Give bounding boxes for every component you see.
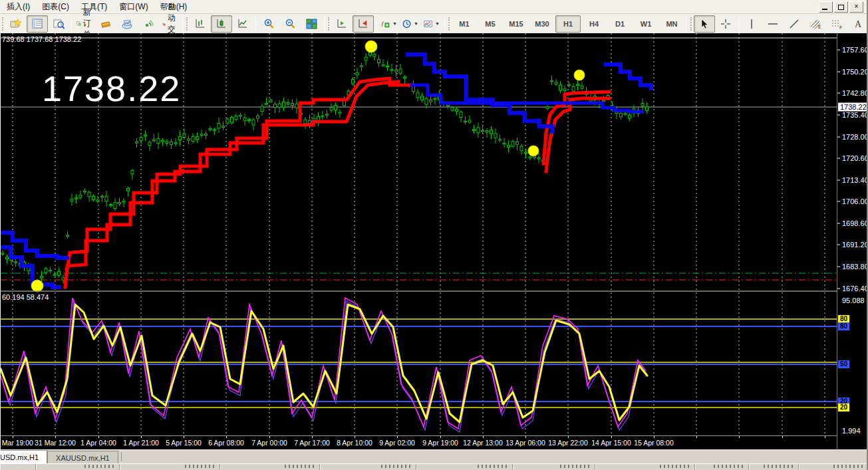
chart-shift-icon — [358, 19, 368, 29]
time-axis-label: 5 Apr 15:00 — [166, 439, 202, 447]
restore-button[interactable] — [834, 1, 848, 13]
menu-item-2[interactable]: 图表(C) — [36, 0, 75, 14]
price-axis-label: 1683.80 — [842, 263, 868, 271]
history-center-button[interactable] — [116, 15, 138, 33]
timeframe-button-mn[interactable]: MN — [659, 15, 684, 33]
price-axis-tick — [837, 72, 840, 72]
cursor-icon — [700, 19, 709, 29]
line-chart-button[interactable] — [232, 15, 253, 33]
horizontal-line-icon — [768, 20, 778, 28]
periods-button[interactable]: ▼ — [400, 15, 421, 33]
time-axis-label: 14 Apr 15:00 — [591, 439, 631, 447]
price-axis-label: 1706.00 — [842, 197, 868, 205]
signal-dot — [31, 280, 43, 292]
close-button[interactable]: × — [849, 1, 863, 13]
oscillator-level-label: 80 — [838, 322, 849, 330]
minimize-button[interactable] — [819, 1, 833, 13]
trend-blue-right — [606, 64, 651, 88]
horizontal-line-button[interactable] — [762, 15, 784, 33]
time-axis-tick — [525, 436, 526, 438]
statusbar-segment — [695, 464, 748, 470]
time-axis-label: 8 Apr 10:00 — [337, 439, 372, 447]
signal-dot — [365, 41, 377, 53]
chart-tab-2[interactable]: XAUUSD.mx,H1 — [47, 451, 118, 464]
time-axis-tick — [440, 436, 441, 438]
timeframe-button-h4[interactable]: H4 — [581, 15, 607, 33]
menu-item-1[interactable]: 插入(I) — [1, 0, 36, 14]
indicators-button[interactable]: f ▼ — [378, 15, 400, 33]
time-axis-label: 1 Apr 04:00 — [80, 439, 116, 447]
dropdown-arrow-icon: ▼ — [435, 21, 440, 26]
auto-scroll-button[interactable] — [331, 15, 353, 33]
text-icon: A — [853, 19, 863, 29]
timeframe-button-m5[interactable]: M5 — [478, 15, 503, 33]
templates-button[interactable]: ▼ — [421, 15, 442, 33]
tab-separator — [121, 452, 122, 461]
minimize-icon — [822, 9, 827, 10]
cursor-button[interactable] — [694, 15, 715, 33]
signals-button[interactable] — [138, 15, 159, 33]
price-axis-tick — [837, 245, 840, 245]
chart-shift-button[interactable] — [353, 15, 374, 33]
statusbar-segment — [799, 464, 868, 470]
time-axis-label: 7 Apr 00:00 — [251, 439, 287, 447]
autotrading-icon — [162, 19, 166, 29]
zoom-in-button[interactable] — [258, 15, 279, 33]
timeframe-button-m1[interactable]: M1 — [452, 15, 477, 33]
market-depth-button[interactable] — [95, 15, 116, 33]
oscillator-min-label: 1.994 — [842, 427, 861, 435]
ohlc-info: 739.68 1737.68 1738.22 — [2, 35, 81, 43]
time-axis-label: 7 Apr 17:00 — [294, 439, 330, 447]
timeframe-button-m15[interactable]: M15 — [504, 15, 529, 33]
new-order-button[interactable]: 新订单 — [74, 15, 95, 33]
toolbar-grip[interactable] — [448, 17, 450, 31]
vertical-line-button[interactable] — [741, 15, 762, 33]
zoom-out-button[interactable] — [279, 15, 301, 33]
candlestick-chart-icon — [216, 19, 227, 29]
statusbar-segment — [595, 464, 695, 470]
toolbar-grip[interactable] — [186, 17, 188, 31]
autotrading-button[interactable]: 自动交易 — [159, 15, 180, 33]
statusbar-segment — [1, 464, 36, 470]
oscillator-line-magenta — [1, 298, 646, 429]
fibonacci-button[interactable]: F — [826, 15, 847, 33]
menu-bar: 插入(I)图表(C)工具(T)窗口(W)帮助(H) × — [1, 0, 867, 14]
time-axis-label: 9 Apr 02:00 — [379, 439, 415, 447]
current-price-label: 1738.22 — [838, 103, 868, 112]
profiles-button[interactable] — [5, 15, 27, 33]
chart-tab-1[interactable]: USD.mx,H1 — [0, 450, 47, 464]
menu-item-4[interactable]: 窗口(W) — [113, 0, 154, 14]
timeframe-button-d1[interactable]: D1 — [607, 15, 633, 33]
time-axis-label: 12 Apr 13:00 — [463, 439, 503, 447]
oscillator-line-yellow — [1, 304, 647, 422]
svg-text:F: F — [839, 25, 842, 29]
toolbar-grip[interactable] — [328, 17, 329, 31]
text-button[interactable]: A — [847, 15, 868, 33]
toolbar-grip[interactable] — [690, 17, 692, 31]
trendline-button[interactable] — [784, 15, 805, 33]
equidistant-channel-button[interactable]: E — [805, 15, 826, 33]
chart-area[interactable]: 739.68 1737.68 1738.22 1738.22 60.194 58… — [1, 33, 868, 449]
timeframe-button-m30[interactable]: M30 — [529, 15, 555, 33]
window-controls: × — [819, 1, 867, 13]
price-axis-label: 1728.00 — [842, 133, 868, 141]
signal-dot — [528, 146, 539, 156]
navigator-button[interactable] — [48, 15, 69, 33]
bar-chart-button[interactable] — [190, 15, 211, 33]
toolbar-grip[interactable] — [2, 17, 3, 31]
market-watch-button[interactable] — [27, 15, 48, 33]
status-bar — [1, 463, 868, 470]
time-axis-tick — [141, 436, 142, 438]
price-axis-tick — [837, 115, 840, 116]
price-axis-label: 1735.40 — [842, 111, 868, 119]
templates-icon — [424, 19, 432, 29]
price-axis[interactable]: 1757.601750.201742.801735.401728.001720.… — [837, 33, 868, 449]
price-axis-label: 1742.80 — [842, 89, 868, 97]
timeframe-button-h1[interactable]: H1 — [555, 15, 581, 33]
candlestick-chart-button[interactable] — [211, 15, 232, 33]
crosshair-button[interactable] — [715, 15, 736, 33]
menu-item-3[interactable]: 工具(T) — [75, 0, 113, 14]
timeframe-button-w1[interactable]: W1 — [633, 15, 658, 33]
tile-windows-button[interactable] — [301, 15, 322, 33]
time-axis[interactable]: 30 Mar 19:0031 Mar 12:001 Apr 04:001 Apr… — [1, 435, 837, 450]
